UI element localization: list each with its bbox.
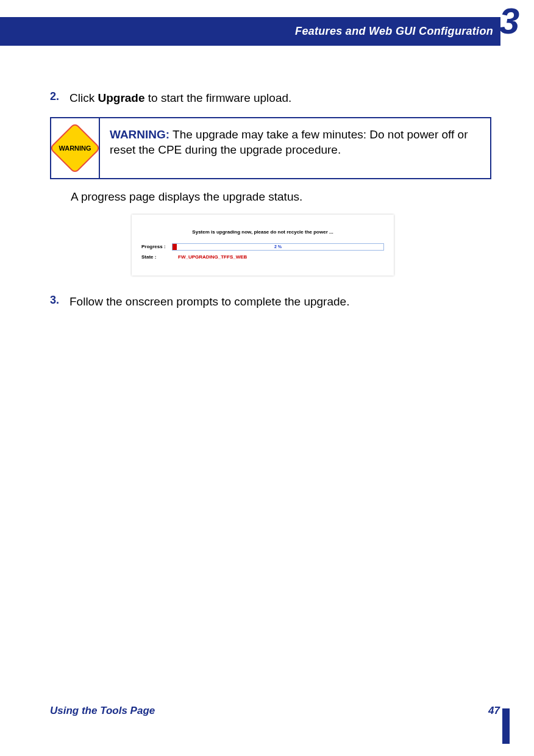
- warning-text: WARNING: The upgrade may take a few minu…: [100, 118, 490, 178]
- progress-row: Progress : 2 %: [141, 243, 384, 251]
- step-2: 2. Click Upgrade to start the firmware u…: [50, 90, 489, 106]
- step-3: 3. Follow the onscreen prompts to comple…: [50, 294, 489, 310]
- state-label: State :: [141, 254, 172, 260]
- progress-message: System is upgrading now, please do not r…: [141, 229, 384, 235]
- step-text: Follow the onscreen prompts to complete …: [69, 294, 349, 310]
- footer-accent-bar: [502, 708, 510, 744]
- footer-left: Using the Tools Page: [50, 705, 155, 717]
- state-row: State : FW_UPGRADING_TFFS_WEB: [141, 254, 384, 260]
- warning-label: WARNING:: [110, 128, 169, 141]
- header-band: Features and Web GUI Configuration: [0, 17, 500, 46]
- chapter-number: 3: [499, 0, 519, 42]
- footer-page-number: 47: [488, 705, 500, 717]
- content-area: 2. Click Upgrade to start the firmware u…: [50, 90, 489, 320]
- state-value: FW_UPGRADING_TFFS_WEB: [178, 254, 247, 260]
- progress-label: Progress :: [141, 244, 172, 249]
- step-text-bold: Upgrade: [98, 91, 144, 104]
- step-text-post: to start the firmware upload.: [145, 91, 292, 104]
- step-text-pre: Click: [69, 91, 98, 104]
- warning-icon-cell: WARNING: [51, 118, 100, 178]
- warning-box: WARNING WARNING: The upgrade may take a …: [50, 117, 491, 179]
- warning-sign-text: WARNING: [51, 124, 99, 172]
- progress-screenshot: System is upgrading now, please do not r…: [132, 215, 394, 276]
- progress-bar: 2 %: [172, 243, 384, 251]
- step-text: Click Upgrade to start the firmware uplo…: [69, 90, 291, 106]
- progress-bar-percent: 2 %: [173, 244, 383, 249]
- progress-caption: A progress page displays the upgrade sta…: [71, 190, 489, 204]
- step-number: 2.: [50, 90, 69, 106]
- warning-diamond-icon: WARNING: [51, 124, 99, 172]
- footer: Using the Tools Page 47: [50, 705, 500, 717]
- header-title: Features and Web GUI Configuration: [295, 25, 493, 38]
- step-number: 3.: [50, 294, 69, 310]
